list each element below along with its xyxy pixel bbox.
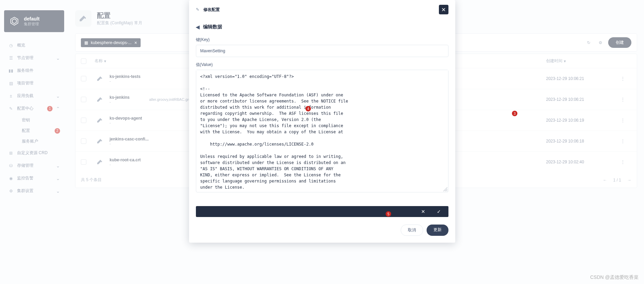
cancel-button[interactable]: 取消: [401, 225, 423, 236]
value-label: 值(Value): [196, 62, 448, 68]
key-label: 键(Key): [196, 37, 448, 43]
value-textarea[interactable]: [196, 70, 448, 191]
pen-icon: ✎: [196, 7, 199, 12]
update-button[interactable]: 更新: [427, 225, 448, 236]
modal-title: 修改配置: [203, 7, 220, 13]
modal-close-button[interactable]: ✕: [439, 5, 448, 14]
key-input[interactable]: [196, 45, 448, 57]
annotation-4: 4: [305, 106, 311, 111]
confirm-icon[interactable]: ✓: [437, 209, 441, 214]
discard-icon[interactable]: ✕: [421, 209, 425, 214]
back-icon[interactable]: ◀: [196, 24, 200, 30]
resize-handle[interactable]: [443, 187, 447, 191]
annotation-3: 3: [512, 111, 517, 116]
watermark: CSDN @孟德爱吃香菜: [590, 274, 639, 281]
edit-config-modal: ✎ 修改配置 ✕ ◀ 编辑数据 键(Key) 值(Value) ✕ ✓ 取消 更…: [189, 0, 455, 243]
edit-action-bar: ✕ ✓: [196, 206, 448, 217]
modal-subtitle: 编辑数据: [203, 24, 222, 30]
annotation-5: 5: [386, 211, 391, 217]
